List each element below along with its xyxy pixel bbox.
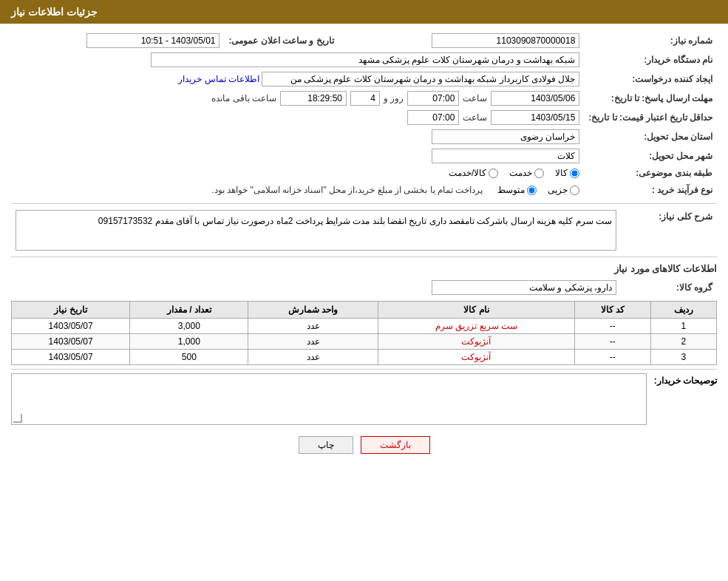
category-row: کالا خدمت کالا/خدمت (11, 166, 584, 180)
description-label: شرح کلی نیاز: (621, 208, 717, 253)
category-goods-service-label: کالا/خدمت (449, 168, 486, 178)
process-medium-option[interactable]: متوسط (497, 185, 537, 195)
description-table: شرح کلی نیاز: ست سرم کلیه هزینه ارسال با… (11, 208, 717, 253)
cell-unit: عدد (248, 334, 378, 350)
buyer-notes-label: توصیحات خریدار: (650, 373, 717, 386)
category-service-option[interactable]: خدمت (509, 168, 544, 178)
category-service-label: خدمت (509, 168, 532, 178)
page-wrapper: جزئیات اطلاعات نیاز شماره نیاز: 11030908… (0, 0, 728, 581)
process-small-label: جزیی (548, 185, 568, 195)
cell-row: 1 (650, 319, 716, 334)
cell-unit: عدد (248, 350, 378, 365)
buyer-notes-box (11, 373, 647, 425)
price-validity-date-input: 1403/05/15 (491, 110, 579, 125)
cell-name: آنژیوکت (378, 334, 574, 350)
need-number-value: 1103090870000018 (349, 31, 585, 50)
city-input: کلات (432, 149, 579, 163)
price-validity-time-label: ساعت (463, 112, 487, 123)
price-validity-time-input: 07:00 (407, 110, 459, 125)
requester-contact-link[interactable]: اطلاعات تماس خریدار (178, 74, 259, 84)
cell-qty: 3,000 (130, 319, 248, 334)
province-value: خراسان رضوی (11, 127, 584, 146)
response-deadline-label: مهلت ارسال پاسخ: تا تاریخ: (584, 89, 717, 108)
bottom-buttons: بازگشت چاپ (11, 436, 717, 454)
price-validity-label: حداقل تاریخ اعتبار قیمت: تا تاریخ: (584, 108, 717, 127)
response-time-label: ساعت (463, 93, 487, 103)
col-date: تاریخ نیاز (12, 302, 130, 319)
description-text: ست سرم کلیه هزینه ارسال باشرکت تامقصد دا… (16, 210, 616, 251)
city-label: شهر محل تحویل: (584, 146, 717, 166)
requester-label: ایجاد کننده درخواست: (584, 69, 717, 89)
response-time-input: 07:00 (407, 91, 459, 106)
process-small-radio[interactable] (570, 186, 579, 195)
process-note: پرداخت تمام یا بخشی از مبلغ خرید،از محل … (211, 183, 483, 197)
buyer-notes-area: توصیحات خریدار: (11, 373, 717, 425)
cell-name: آنژیوکت (378, 350, 574, 365)
cell-date: 1403/05/07 (12, 334, 130, 350)
response-days-label: روز و (384, 93, 404, 103)
table-row: 2 -- آنژیوکت عدد 1,000 1403/05/07 (12, 334, 717, 350)
goods-section-title: اطلاعات کالاهای مورد نیاز (11, 263, 717, 274)
process-label: نوع فرآیند خرید : (584, 180, 717, 200)
product-group-label: گروه کالا: (621, 278, 717, 297)
col-code: کد کالا (575, 302, 651, 319)
cell-name: ست سریع تزریق سرم (378, 319, 574, 334)
table-row: 1 -- ست سریع تزریق سرم عدد 3,000 1403/05… (12, 319, 717, 334)
price-validity-row: 1403/05/15 ساعت 07:00 (11, 108, 584, 127)
process-small-option[interactable]: جزیی (548, 185, 579, 195)
category-service-radio[interactable] (534, 169, 544, 178)
cell-code: -- (575, 350, 651, 365)
announce-datetime-label: تاریخ و ساعت اعلان عمومی: (224, 31, 348, 50)
cell-qty: 500 (130, 350, 248, 365)
process-medium-radio[interactable] (527, 186, 537, 195)
col-unit: واحد شمارش (248, 302, 378, 319)
cell-date: 1403/05/07 (12, 319, 130, 334)
category-goods-service-radio[interactable] (489, 169, 498, 178)
response-remaining-label: ساعت باقی مانده (211, 93, 276, 103)
product-group-table: گروه کالا: دارو، پزشکی و سلامت (11, 278, 717, 297)
cell-row: 3 (650, 350, 716, 365)
goods-table: ردیف کد کالا نام کالا واحد شمارش تعداد /… (11, 301, 717, 365)
announce-datetime-value: 1403/05/01 - 10:51 (11, 31, 224, 50)
cell-row: 2 (650, 334, 716, 350)
divider-3 (11, 369, 717, 370)
resize-handle (13, 414, 22, 423)
product-group-value: دارو، پزشکی و سلامت (11, 278, 621, 297)
page-title: جزئیات اطلاعات نیاز (11, 6, 98, 18)
buyer-org-input: شبکه بهداشت و درمان شهرستان کلات علوم پز… (151, 52, 579, 67)
divider-1 (11, 203, 717, 204)
print-button[interactable]: چاپ (299, 436, 353, 454)
category-label: طبقه بندی موضوعی: (584, 166, 717, 180)
need-number-label: شماره نیاز: (584, 31, 717, 50)
announce-datetime-input: 1403/05/01 - 10:51 (86, 33, 220, 48)
response-days-input: 4 (350, 91, 380, 106)
divider-2 (11, 256, 717, 257)
cell-qty: 1,000 (130, 334, 248, 350)
description-value: ست سرم کلیه هزینه ارسال باشرکت تامقصد دا… (11, 208, 621, 253)
need-number-input: 1103090870000018 (432, 33, 579, 48)
cell-code: -- (575, 319, 651, 334)
category-goods-option[interactable]: کالا (555, 168, 579, 178)
buyer-org-value: شبکه بهداشت و درمان شهرستان کلات علوم پز… (11, 50, 584, 69)
city-value: کلات (11, 146, 584, 166)
category-goods-label: کالا (555, 168, 568, 178)
back-button[interactable]: بازگشت (361, 436, 430, 454)
col-qty: تعداد / مقدار (130, 302, 248, 319)
category-goods-service-option[interactable]: کالا/خدمت (449, 168, 498, 178)
buyer-org-label: نام دستگاه خریدار: (584, 50, 717, 69)
col-row: ردیف (650, 302, 716, 319)
province-label: استان محل تحویل: (584, 127, 717, 146)
page-header: جزئیات اطلاعات نیاز (0, 0, 728, 24)
col-name: نام کالا (378, 302, 574, 319)
response-date-input: 1403/05/06 (491, 91, 579, 106)
cell-code: -- (575, 334, 651, 350)
category-goods-radio[interactable] (570, 169, 579, 178)
response-remaining-input: 18:29:50 (280, 91, 347, 106)
main-content: شماره نیاز: 1103090870000018 تاریخ و ساع… (0, 24, 728, 469)
requester-input: جلال فولادی کاربرداز شبکه بهداشت و درمان… (262, 72, 579, 86)
table-row: 3 -- آنژیوکت عدد 500 1403/05/07 (12, 350, 717, 365)
product-group-input: دارو، پزشکی و سلامت (432, 280, 616, 295)
process-row: جزیی متوسط پرداخت تمام یا بخشی از مبلغ خ… (11, 180, 584, 200)
info-table: شماره نیاز: 1103090870000018 تاریخ و ساع… (11, 31, 717, 200)
process-medium-label: متوسط (497, 185, 525, 195)
